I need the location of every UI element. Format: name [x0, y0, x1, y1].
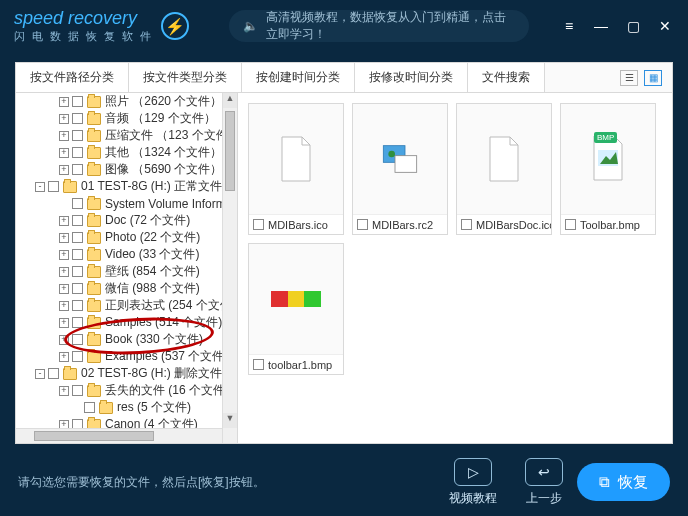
recover-button[interactable]: ⧉ 恢复 — [577, 463, 670, 501]
tree-row[interactable]: +丢失的文件 (16 个文件) — [16, 382, 237, 399]
expand-icon[interactable]: + — [59, 250, 69, 260]
checkbox[interactable] — [72, 96, 83, 107]
tree-row[interactable]: +Doc (72 个文件) — [16, 212, 237, 229]
tree-label: 正则表达式 (254 个文件) — [105, 297, 236, 314]
folder-icon — [87, 385, 101, 397]
expand-icon[interactable]: + — [59, 335, 69, 345]
play-icon: ▷ — [454, 458, 492, 486]
expand-icon[interactable]: + — [59, 148, 69, 158]
expand-icon[interactable]: - — [35, 369, 45, 379]
checkbox[interactable] — [72, 198, 83, 209]
file-name: MDIBars.rc2 — [372, 219, 433, 231]
tab-modified[interactable]: 按修改时间分类 — [355, 63, 468, 92]
close-button[interactable]: ✕ — [656, 18, 674, 34]
tab-created[interactable]: 按创建时间分类 — [242, 63, 355, 92]
file-thumb[interactable]: toolbar1.bmp — [248, 243, 344, 375]
view-grid-icon[interactable]: ▦ — [644, 70, 662, 86]
expand-icon[interactable]: + — [59, 165, 69, 175]
checkbox[interactable] — [461, 219, 472, 230]
folder-icon — [87, 215, 101, 227]
tree-label: Book (330 个文件) — [105, 331, 203, 348]
tree-label: 其他 （1324 个文件） — [105, 144, 222, 161]
checkbox[interactable] — [72, 300, 83, 311]
tree-row[interactable]: +Samples (514 个文件) — [16, 314, 237, 331]
tree-row[interactable]: +Examples (537 个文件) — [16, 348, 237, 365]
file-thumb-preview — [457, 104, 551, 214]
tree-row[interactable]: +微信 (988 个文件) — [16, 280, 237, 297]
tree-row[interactable]: +音频 （129 个文件） — [16, 110, 237, 127]
expand-icon[interactable]: + — [59, 267, 69, 277]
checkbox[interactable] — [565, 219, 576, 230]
expand-icon[interactable]: + — [59, 131, 69, 141]
tree-row[interactable]: System Volume Information (3 · — [16, 195, 237, 212]
scroll-up-icon[interactable]: ▲ — [223, 93, 237, 108]
menu-button[interactable]: ≡ — [560, 18, 578, 34]
checkbox[interactable] — [48, 368, 59, 379]
checkbox[interactable] — [72, 317, 83, 328]
file-area[interactable]: MDIBars.icoMDIBars.rc2MDIBarsDoc.icoBMPT… — [238, 93, 672, 443]
checkbox[interactable] — [72, 164, 83, 175]
tree-row[interactable]: +Video (33 个文件) — [16, 246, 237, 263]
checkbox[interactable] — [357, 219, 368, 230]
tab-type[interactable]: 按文件类型分类 — [129, 63, 242, 92]
tree-row[interactable]: res (5 个文件) — [16, 399, 237, 416]
tree-label: 02 TEST-8G (H:) 删除文件 (4471 个文 — [81, 365, 238, 382]
expand-icon[interactable]: + — [59, 97, 69, 107]
tree-row[interactable]: +压缩文件 （123 个文件） — [16, 127, 237, 144]
checkbox[interactable] — [84, 402, 95, 413]
tree-row[interactable]: +Book (330 个文件) — [16, 331, 237, 348]
checkbox[interactable] — [72, 249, 83, 260]
tree-row[interactable]: +壁纸 (854 个文件) — [16, 263, 237, 280]
tree-scrollbar-horizontal[interactable] — [16, 428, 222, 443]
checkbox[interactable] — [72, 130, 83, 141]
tree-row[interactable]: +正则表达式 (254 个文件) — [16, 297, 237, 314]
file-thumb[interactable]: MDIBars.ico — [248, 103, 344, 235]
tip-banner[interactable]: 🔈 高清视频教程，数据恢复从入门到精通，点击立即学习！ — [229, 10, 529, 42]
file-thumb[interactable]: BMPToolbar.bmp — [560, 103, 656, 235]
checkbox[interactable] — [72, 232, 83, 243]
tree-label: 丢失的文件 (16 个文件) — [105, 382, 229, 399]
expand-icon[interactable]: + — [59, 284, 69, 294]
checkbox[interactable] — [72, 283, 83, 294]
expand-icon[interactable]: + — [59, 318, 69, 328]
expand-icon[interactable]: + — [59, 352, 69, 362]
checkbox[interactable] — [72, 351, 83, 362]
tree[interactable]: +照片 （2620 个文件）+音频 （129 个文件）+压缩文件 （123 个文… — [16, 93, 238, 443]
expand-icon[interactable]: - — [35, 182, 45, 192]
tab-path[interactable]: 按文件路径分类 — [16, 63, 129, 92]
checkbox[interactable] — [253, 359, 264, 370]
video-tutorial-button[interactable]: ▷ 视频教程 — [449, 458, 497, 507]
checkbox[interactable] — [72, 334, 83, 345]
scroll-thumb[interactable] — [225, 111, 235, 191]
checkbox[interactable] — [72, 215, 83, 226]
back-button[interactable]: ↩ 上一步 — [525, 458, 563, 507]
minimize-button[interactable]: — — [592, 18, 610, 34]
maximize-button[interactable]: ▢ — [624, 18, 642, 34]
checkbox[interactable] — [48, 181, 59, 192]
tree-row[interactable]: -01 TEST-8G (H:) 正常文件 (4355 个文 — [16, 178, 237, 195]
expand-icon[interactable]: + — [59, 386, 69, 396]
tree-scrollbar-vertical[interactable]: ▲ ▼ — [222, 93, 237, 443]
checkbox[interactable] — [72, 113, 83, 124]
view-list-icon[interactable]: ☰ — [620, 70, 638, 86]
scroll-hthumb[interactable] — [34, 431, 154, 441]
expand-icon[interactable]: + — [59, 233, 69, 243]
file-thumb[interactable]: MDIBars.rc2 — [352, 103, 448, 235]
tree-label: res (5 个文件) — [117, 399, 191, 416]
scroll-down-icon[interactable]: ▼ — [223, 413, 237, 428]
checkbox[interactable] — [253, 219, 264, 230]
checkbox[interactable] — [72, 147, 83, 158]
expand-icon[interactable]: + — [59, 216, 69, 226]
checkbox[interactable] — [72, 385, 83, 396]
tree-row[interactable]: -02 TEST-8G (H:) 删除文件 (4471 个文 — [16, 365, 237, 382]
tree-row[interactable]: +图像 （5690 个文件） — [16, 161, 237, 178]
folder-icon — [87, 164, 101, 176]
tree-row[interactable]: +Photo (22 个文件) — [16, 229, 237, 246]
checkbox[interactable] — [72, 266, 83, 277]
expand-icon[interactable]: + — [59, 114, 69, 124]
tree-row[interactable]: +照片 （2620 个文件） — [16, 93, 237, 110]
file-thumb[interactable]: MDIBarsDoc.ico — [456, 103, 552, 235]
tree-row[interactable]: +其他 （1324 个文件） — [16, 144, 237, 161]
tab-search[interactable]: 文件搜索 — [468, 63, 545, 92]
expand-icon[interactable]: + — [59, 301, 69, 311]
